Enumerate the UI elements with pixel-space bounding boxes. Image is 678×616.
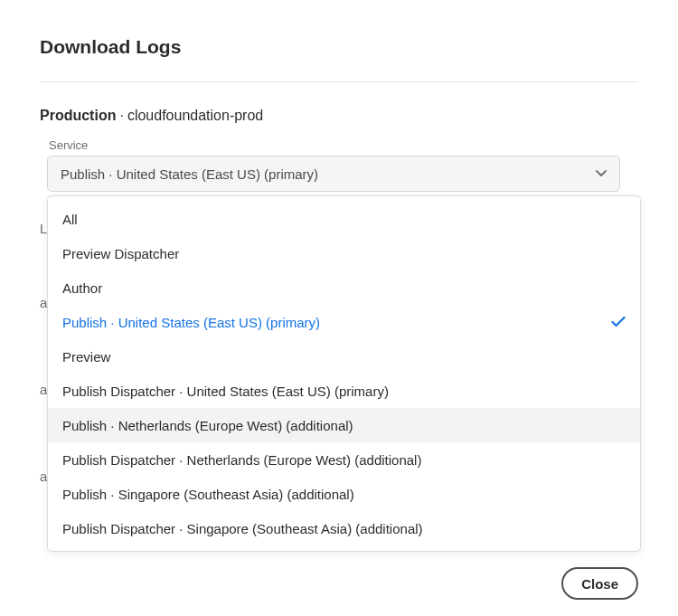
download-logs-dialog: Download Logs Production·cloudfoundation… [0,0,678,192]
environment-name: cloudfoundation-prod [127,108,263,123]
service-dropdown[interactable]: AllPreview DispatcherAuthorPublish · Uni… [47,195,641,552]
service-option-label: Preview Dispatcher [62,246,179,261]
close-button[interactable]: Close [561,567,638,600]
service-option[interactable]: Preview Dispatcher [48,236,640,270]
service-option-label: Publish Dispatcher · United States (East… [62,384,389,399]
service-option[interactable]: Publish · Netherlands (Europe West) (add… [48,408,640,442]
environment-label: Production·cloudfoundation-prod [40,108,638,124]
service-field-label: Service [49,138,638,152]
service-selected-value: Publish · United States (East US) (prima… [61,166,318,182]
divider [40,81,638,82]
service-option[interactable]: Preview [48,339,640,374]
service-option-label: All [62,212,78,227]
service-option[interactable]: Publish Dispatcher · Netherlands (Europe… [48,442,640,477]
service-option-label: Publish · Singapore (Southeast Asia) (ad… [62,487,354,502]
service-option-label: Publish Dispatcher · Singapore (Southeas… [62,521,423,536]
service-option-label: Author [62,280,102,296]
service-option[interactable]: Publish · Singapore (Southeast Asia) (ad… [48,477,640,511]
service-option-label: Publish · United States (East US) (prima… [62,315,320,330]
service-option-label: Preview [62,349,110,365]
environment-type: Production [40,108,116,123]
service-option[interactable]: Publish Dispatcher · Singapore (Southeas… [48,511,640,545]
service-option[interactable]: Author [48,270,640,305]
service-option-label: Publish · Netherlands (Europe West) (add… [62,418,353,433]
check-icon [611,317,626,327]
service-option[interactable]: Publish Dispatcher · United States (East… [48,374,640,408]
service-option-label: Publish Dispatcher · Netherlands (Europe… [62,452,421,468]
service-option[interactable]: Publish · United States (East US) (prima… [48,305,640,339]
service-select[interactable]: Publish · United States (East US) (prima… [47,156,620,192]
service-option[interactable]: All [48,202,640,236]
chevron-down-icon [596,170,607,177]
dialog-title: Download Logs [40,36,638,58]
